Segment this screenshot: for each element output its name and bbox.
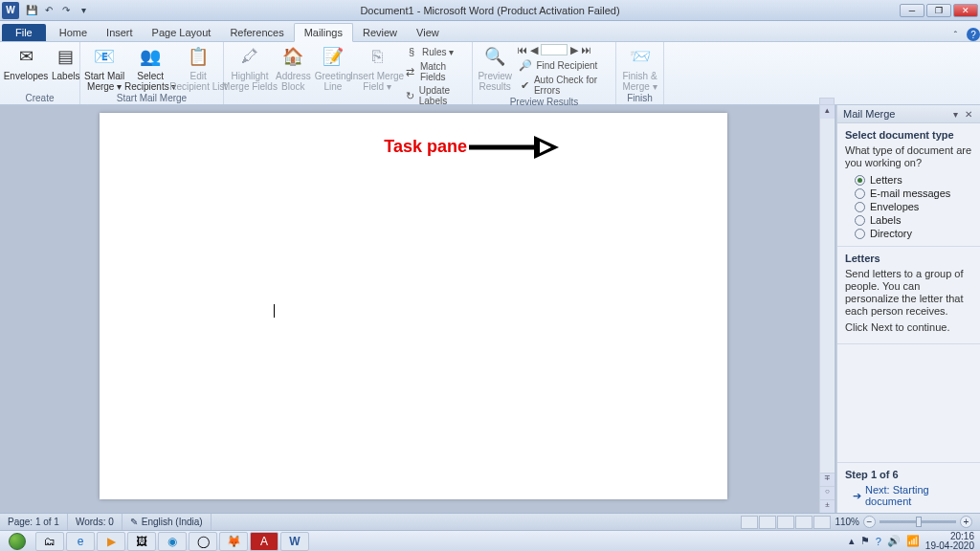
ribbon-tabs: File Home Insert Page Layout References … (0, 21, 980, 42)
record-number[interactable] (541, 44, 568, 55)
find-recipient-button[interactable]: 🔎Find Recipient (517, 57, 612, 73)
first-icon[interactable]: ⏮ (517, 44, 527, 56)
word-count[interactable]: Words: 0 (68, 514, 122, 530)
tab-page-layout[interactable]: Page Layout (143, 24, 221, 41)
record-nav[interactable]: ⏮◀▶⏭ (517, 44, 612, 56)
zoom-thumb[interactable] (916, 517, 922, 527)
start-mail-merge-button[interactable]: 📧Start Mail Merge ▾ (84, 44, 124, 92)
taskpane-close-icon[interactable]: ✕ (963, 108, 974, 120)
outline-view[interactable] (795, 516, 813, 529)
tab-review[interactable]: Review (353, 24, 407, 41)
taskbar-pictures[interactable]: 🖼 (127, 532, 156, 551)
next-step-link[interactable]: ➔Next: Starting document (845, 484, 972, 507)
rules-button[interactable]: §Rules ▾ (403, 44, 468, 59)
redo-icon[interactable]: ↷ (59, 4, 73, 17)
address-block-button[interactable]: 🏠Address Block (276, 44, 311, 92)
find-icon: 🔎 (519, 58, 532, 72)
minimize-ribbon-icon[interactable]: ˆ (954, 31, 957, 41)
workspace: Task pane ▴ ∓ ○ ± Mail Merge ▾ ✕ Select … (0, 105, 980, 513)
preview-results-button[interactable]: 🔍Preview Results (477, 44, 513, 92)
tab-mailings[interactable]: Mailings (294, 23, 353, 42)
clock[interactable]: 20:1619-04-2020 (925, 532, 974, 551)
show-hidden-icon[interactable]: ▴ (849, 535, 855, 547)
envelope-icon: ✉ (12, 44, 39, 69)
next-page-icon[interactable]: ± (820, 499, 835, 513)
zoom-level[interactable]: 110% (835, 517, 859, 527)
browse-object-icon[interactable]: ○ (820, 486, 835, 499)
tab-insert[interactable]: Insert (97, 24, 143, 41)
full-screen-view[interactable] (759, 516, 776, 529)
window-title: Document1 - Microsoft Word (Product Acti… (360, 5, 619, 16)
vertical-scrollbar[interactable]: ▴ ∓ ○ ± (819, 105, 835, 513)
zoom-control: 110% − + (835, 516, 972, 528)
radio-email[interactable]: E-mail messages (845, 187, 972, 200)
taskpane-menu-icon[interactable]: ▾ (949, 108, 961, 120)
edit-recipient-list-button[interactable]: 📋Edit Recipient List (176, 44, 220, 92)
zoom-slider[interactable] (880, 520, 956, 523)
start-button[interactable] (0, 531, 34, 552)
taskbar-adobe[interactable]: A (250, 532, 278, 551)
select-recipients-button[interactable]: 👥Select Recipients ▾ (128, 44, 172, 92)
text-cursor (274, 304, 275, 318)
highlight-fields-button[interactable]: 🖍Highlight Merge Fields (228, 44, 272, 92)
prev-icon[interactable]: ◀ (530, 44, 538, 56)
language-indicator[interactable]: ✎English (India) (122, 514, 212, 530)
radio-letters[interactable]: Letters (845, 173, 972, 187)
taskbar-hp[interactable]: ◉ (158, 532, 187, 551)
taskbar-ie[interactable]: e (66, 532, 95, 551)
undo-icon[interactable]: ↶ (42, 4, 56, 17)
radio-icon (855, 202, 865, 212)
section-question: What type of document are you working on… (845, 144, 972, 169)
next-icon[interactable]: ▶ (570, 44, 578, 56)
match-fields-button[interactable]: ⇄Match Fields (403, 60, 468, 83)
radio-directory[interactable]: Directory (845, 227, 972, 240)
help-icon[interactable]: ? (967, 28, 980, 41)
taskbar-chrome[interactable]: ◯ (189, 532, 217, 551)
radio-icon (855, 229, 865, 239)
save-icon[interactable]: 💾 (25, 4, 38, 17)
annotation-label: Task pane (384, 137, 467, 157)
file-tab[interactable]: File (2, 24, 46, 41)
greeting-line-button[interactable]: 📝Greeting Line (315, 44, 351, 92)
restore-button[interactable]: ❐ (926, 4, 951, 17)
ruler-toggle[interactable] (819, 98, 835, 105)
help-tray-icon[interactable]: ? (876, 536, 881, 547)
taskbar-explorer[interactable]: 🗂 (35, 532, 64, 551)
taskbar-media[interactable]: ▶ (97, 532, 125, 551)
close-button[interactable]: ✕ (953, 4, 978, 17)
taskbar-word[interactable]: W (280, 532, 309, 551)
radio-envelopes[interactable]: Envelopes (845, 200, 972, 213)
zoom-out-button[interactable]: − (863, 516, 876, 528)
labels-button[interactable]: ▤Labels (52, 44, 79, 81)
match-icon: ⇄ (405, 65, 416, 78)
last-icon[interactable]: ⏭ (581, 44, 591, 56)
draft-view[interactable] (813, 516, 831, 529)
taskpane-title: Mail Merge (843, 108, 947, 120)
scroll-track[interactable] (820, 119, 835, 459)
page-indicator[interactable]: Page: 1 of 1 (0, 514, 68, 530)
action-center-icon[interactable]: ⚑ (860, 535, 870, 547)
insert-merge-field-button[interactable]: ⎘Insert Merge Field ▾ (355, 44, 399, 92)
web-layout-view[interactable] (777, 516, 794, 529)
prev-page-icon[interactable]: ∓ (820, 473, 835, 486)
proofing-icon: ✎ (130, 517, 138, 527)
update-labels-button[interactable]: ↻Update Labels (403, 84, 468, 107)
document-page[interactable]: Task pane (100, 113, 727, 499)
minimize-button[interactable]: ─ (900, 4, 924, 17)
tab-references[interactable]: References (220, 24, 293, 41)
taskbar-firefox[interactable]: 🦊 (219, 532, 248, 551)
zoom-in-button[interactable]: + (960, 516, 972, 528)
finish-merge-button[interactable]: 📨Finish & Merge ▾ (620, 44, 659, 92)
tab-home[interactable]: Home (50, 24, 97, 41)
envelopes-button[interactable]: ✉Envelopes (4, 44, 48, 81)
auto-check-button[interactable]: ✔Auto Check for Errors (517, 74, 612, 97)
letters-section: Letters Send letters to a group of peopl… (837, 247, 980, 344)
scroll-up-icon[interactable]: ▴ (820, 105, 835, 119)
tab-view[interactable]: View (407, 24, 449, 41)
volume-icon[interactable]: 🔊 (887, 535, 901, 547)
arrow-right-icon: ➔ (853, 490, 861, 502)
network-icon[interactable]: 📶 (906, 535, 920, 547)
print-layout-view[interactable] (741, 516, 758, 529)
radio-labels[interactable]: Labels (845, 213, 972, 227)
qat-more-icon[interactable]: ▾ (77, 4, 90, 17)
